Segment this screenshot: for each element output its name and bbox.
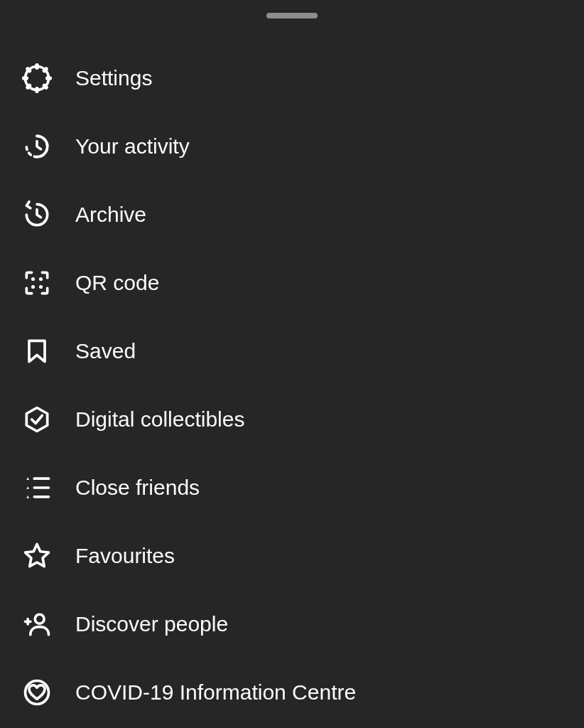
menu-item-label: Saved	[75, 339, 136, 363]
favourites-icon	[20, 539, 54, 573]
svg-point-2	[39, 277, 43, 281]
menu-item-discover-people[interactable]: Discover people	[0, 590, 584, 658]
menu-item-label: Close friends	[75, 476, 200, 500]
covid-info-icon	[20, 675, 54, 710]
discover-people-icon	[20, 607, 54, 641]
menu-list: Settings Your activity Arc	[0, 0, 584, 727]
menu-item-label: Favourites	[75, 544, 175, 568]
svg-point-4	[39, 285, 43, 289]
menu-item-label: Archive	[75, 203, 146, 227]
svg-marker-7	[26, 496, 29, 498]
menu-item-label: QR code	[75, 271, 159, 295]
menu-item-label: COVID-19 Information Centre	[75, 680, 356, 705]
saved-icon	[20, 334, 54, 368]
menu-item-favourites[interactable]: Favourites	[0, 522, 584, 590]
svg-point-1	[31, 277, 35, 281]
settings-icon	[20, 61, 54, 95]
menu-item-qr-code[interactable]: QR code	[0, 249, 584, 317]
menu-item-label: Settings	[75, 66, 152, 90]
menu-item-label: Digital collectibles	[75, 407, 244, 432]
menu-item-digital-collectibles[interactable]: Digital collectibles	[0, 385, 584, 454]
svg-point-12	[35, 614, 44, 623]
svg-point-3	[31, 285, 35, 289]
collectibles-icon	[20, 402, 54, 437]
svg-marker-5	[26, 477, 29, 480]
menu-item-settings[interactable]: Settings	[0, 44, 584, 112]
menu-item-your-activity[interactable]: Your activity	[0, 112, 584, 181]
close-friends-icon	[20, 471, 54, 505]
menu-item-close-friends[interactable]: Close friends	[0, 454, 584, 522]
drag-handle[interactable]	[266, 13, 318, 18]
svg-marker-11	[26, 545, 49, 567]
bottom-sheet: Settings Your activity Arc	[0, 0, 584, 728]
menu-item-covid-info[interactable]: COVID-19 Information Centre	[0, 658, 584, 727]
qrcode-icon	[20, 266, 54, 300]
archive-icon	[20, 198, 54, 232]
menu-item-archive[interactable]: Archive	[0, 181, 584, 249]
menu-item-label: Discover people	[75, 612, 228, 636]
menu-item-saved[interactable]: Saved	[0, 317, 584, 385]
activity-icon	[20, 129, 54, 164]
menu-item-label: Your activity	[75, 134, 190, 159]
svg-marker-6	[26, 486, 29, 489]
